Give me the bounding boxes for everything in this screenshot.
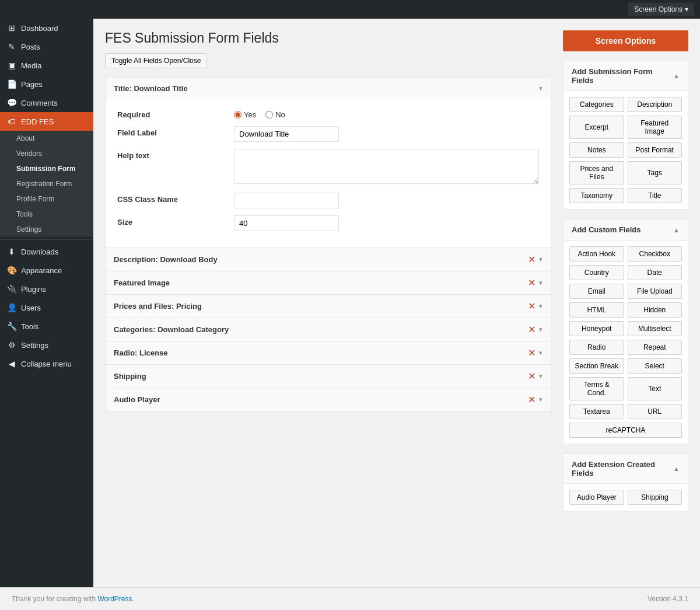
field-header-prices-files[interactable]: Prices and Files: Pricing ✕ ▾ — [106, 295, 551, 318]
btn-multiselect[interactable]: Multiselect — [628, 321, 682, 336]
sidebar-item-downloads[interactable]: ⬇ Downloads — [0, 242, 93, 261]
required-no-radio[interactable] — [265, 111, 273, 118]
chevron-down-icon-featured-image[interactable]: ▾ — [539, 279, 542, 287]
sidebar-sub-item-about[interactable]: About — [0, 131, 93, 146]
help-text-input[interactable] — [234, 149, 539, 184]
btn-recaptcha[interactable]: reCAPTCHA — [569, 423, 682, 438]
btn-email[interactable]: Email — [569, 284, 624, 299]
collapse-custom-fields-icon[interactable]: ▲ — [673, 226, 680, 233]
remove-icon-radio[interactable]: ✕ — [528, 347, 536, 358]
sidebar-item-posts[interactable]: ✎ Posts — [0, 37, 93, 56]
btn-prices-and-files[interactable]: Prices and Files — [569, 161, 624, 184]
remove-icon-categories[interactable]: ✕ — [528, 324, 536, 335]
screen-options-button[interactable]: Screen Options ▾ — [628, 3, 694, 16]
sidebar-item-collapse[interactable]: ◀ Collapse menu — [0, 354, 93, 373]
chevron-down-icon-shipping[interactable]: ▾ — [539, 372, 542, 380]
field-label-input[interactable] — [234, 126, 339, 142]
btn-ext-shipping[interactable]: Shipping — [628, 490, 682, 505]
sidebar-item-comments[interactable]: 💬 Comments — [0, 93, 93, 112]
btn-date[interactable]: Date — [628, 265, 682, 280]
btn-checkbox[interactable]: Checkbox — [628, 246, 682, 262]
btn-post-format[interactable]: Post Format — [628, 142, 682, 158]
sidebar-sub-item-profile-form[interactable]: Profile Form — [0, 191, 93, 207]
btn-action-hook[interactable]: Action Hook — [569, 246, 624, 262]
btn-select[interactable]: Select — [628, 358, 682, 374]
btn-featured-image[interactable]: Featured Image — [628, 116, 682, 139]
btn-repeat[interactable]: Repeat — [628, 340, 682, 355]
btn-textarea[interactable]: Textarea — [569, 404, 624, 419]
sidebar-sub-item-submission-form[interactable]: Submission Form — [0, 161, 93, 176]
remove-icon-prices-files[interactable]: ✕ — [528, 301, 536, 312]
field-header-title[interactable]: Title: Download Title ▾ — [106, 78, 551, 99]
center-panel: FES Submission Form Fields Toggle All Fi… — [105, 30, 551, 412]
chevron-down-icon-audio-player[interactable]: ▾ — [539, 396, 542, 403]
btn-taxonomy[interactable]: Taxonomy — [569, 188, 624, 203]
sidebar-sub-item-registration-form[interactable]: Registration Form — [0, 176, 93, 191]
btn-description[interactable]: Description — [628, 97, 682, 112]
sidebar-item-label: Tools — [21, 322, 38, 331]
btn-text[interactable]: Text — [628, 377, 682, 400]
field-row-description: Description: Download Body ✕ ▾ — [106, 248, 551, 271]
field-header-actions-shipping: ✕ ▾ — [528, 371, 542, 382]
collapse-submission-fields-icon[interactable]: ▲ — [673, 72, 680, 79]
required-yes-label[interactable]: Yes — [234, 110, 256, 119]
btn-ext-audio-player[interactable]: Audio Player — [569, 490, 624, 505]
add-custom-fields-header: Add Custom Fields ▲ — [564, 219, 688, 240]
add-custom-fields-body: Action Hook Checkbox Country Date Email … — [564, 240, 688, 444]
btn-terms-cond[interactable]: Terms & Cond. — [569, 377, 624, 400]
field-header-radio[interactable]: Radio: License ✕ ▾ — [106, 341, 551, 364]
sidebar-sub-item-settings[interactable]: Settings — [0, 222, 93, 237]
save-button[interactable]: Screen Options — [563, 30, 688, 51]
sidebar-item-media[interactable]: ▣ Media — [0, 56, 93, 75]
btn-title[interactable]: Title — [628, 188, 682, 203]
btn-notes[interactable]: Notes — [569, 142, 624, 158]
remove-icon-shipping[interactable]: ✕ — [528, 371, 536, 382]
css-class-input[interactable] — [234, 193, 339, 208]
chevron-down-icon-categories[interactable]: ▾ — [539, 326, 542, 333]
required-yes-radio[interactable] — [234, 111, 242, 118]
field-header-audio-player[interactable]: Audio Player ✕ ▾ — [106, 388, 551, 411]
sidebar-item-plugins[interactable]: 🔌 Plugins — [0, 280, 93, 298]
sidebar-item-edd-fes[interactable]: 🏷 EDD FES — [0, 112, 93, 131]
btn-file-upload[interactable]: File Upload — [628, 284, 682, 299]
field-header-featured-image[interactable]: Featured Image ✕ ▾ — [106, 271, 551, 294]
chevron-down-icon[interactable]: ▾ — [539, 85, 542, 92]
chevron-down-icon-description[interactable]: ▾ — [539, 256, 542, 263]
field-header-description[interactable]: Description: Download Body ✕ ▾ — [106, 248, 551, 271]
remove-icon-featured-image[interactable]: ✕ — [528, 277, 536, 288]
btn-categories[interactable]: Categories — [569, 97, 624, 112]
comments-icon: 💬 — [7, 98, 16, 107]
field-header-categories[interactable]: Categories: Download Category ✕ ▾ — [106, 318, 551, 341]
required-no-text: No — [275, 110, 285, 119]
sidebar-item-settings[interactable]: ⚙ Settings — [0, 336, 93, 354]
size-input[interactable] — [234, 215, 339, 231]
field-label-label: Field Label — [117, 126, 234, 137]
chevron-down-icon-prices-files[interactable]: ▾ — [539, 302, 542, 310]
btn-hidden[interactable]: Hidden — [628, 302, 682, 318]
plugins-icon: 🔌 — [7, 284, 16, 294]
toggle-all-fields-button[interactable]: Toggle All Fields Open/Close — [105, 53, 207, 68]
remove-icon-description[interactable]: ✕ — [528, 254, 536, 265]
required-no-label[interactable]: No — [265, 110, 285, 119]
btn-radio[interactable]: Radio — [569, 340, 624, 355]
btn-section-break[interactable]: Section Break — [569, 358, 624, 374]
field-header-shipping[interactable]: Shipping ✕ ▾ — [106, 365, 551, 388]
sidebar-item-appearance[interactable]: 🎨 Appearance — [0, 261, 93, 280]
chevron-down-icon-radio[interactable]: ▾ — [539, 349, 542, 357]
sidebar-item-tools[interactable]: 🔧 Tools — [0, 317, 93, 336]
collapse-extension-fields-icon[interactable]: ▲ — [673, 465, 680, 472]
remove-icon-audio-player[interactable]: ✕ — [528, 394, 536, 405]
footer-wp-link[interactable]: WordPress — [97, 595, 132, 603]
btn-html[interactable]: HTML — [569, 302, 624, 318]
btn-country[interactable]: Country — [569, 265, 624, 280]
btn-tags[interactable]: Tags — [628, 161, 682, 184]
btn-excerpt[interactable]: Excerpt — [569, 116, 624, 139]
btn-url[interactable]: URL — [628, 404, 682, 419]
sidebar-sub-item-vendors[interactable]: Vendors — [0, 146, 93, 161]
sidebar-item-dashboard[interactable]: ⊞ Dashboard — [0, 19, 93, 37]
sidebar-item-label: Posts — [21, 43, 40, 51]
sidebar-item-users[interactable]: 👤 Users — [0, 298, 93, 317]
btn-honeypot[interactable]: Honeypot — [569, 321, 624, 336]
sidebar-item-pages[interactable]: 📄 Pages — [0, 75, 93, 93]
sidebar-sub-item-tools[interactable]: Tools — [0, 207, 93, 222]
